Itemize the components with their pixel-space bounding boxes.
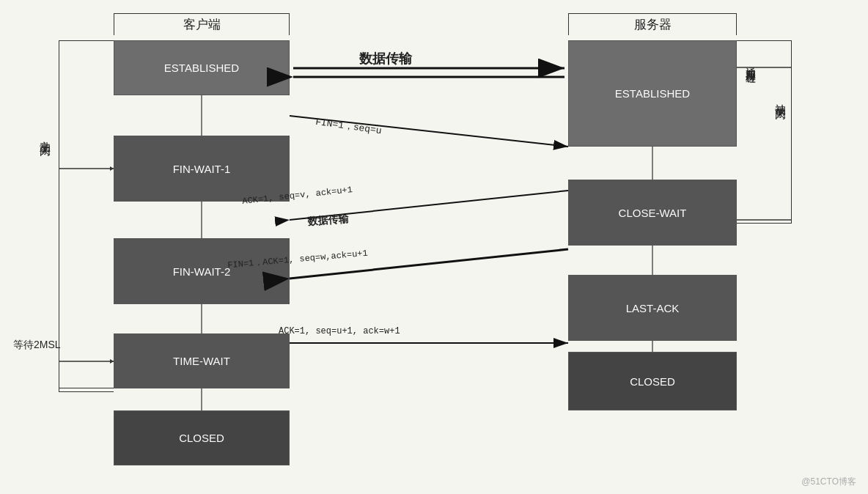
state-close-wait: CLOSE-WAIT: [568, 180, 737, 246]
state-closed-server: CLOSED: [568, 352, 737, 410]
state-fin-wait-2: FIN-WAIT-2: [114, 238, 290, 304]
wait-2msl-label: 等待2MSL: [13, 339, 61, 352]
server-header: 服务器: [568, 13, 737, 35]
state-fin-wait-1: FIN-WAIT-1: [114, 136, 290, 202]
state-closed-client: CLOSED: [114, 410, 290, 465]
diagram: 客户端 服务器 ESTABLISHED FIN-WAIT-1 FIN-WAIT-…: [0, 0, 868, 494]
passive-close-bracket: [737, 40, 792, 224]
client-header: 客户端: [114, 13, 290, 35]
ack-seq-u1-label: ACK=1, seq=u+1, ack=w+1: [279, 326, 400, 336]
passive-close-label: 被动关闭: [773, 95, 787, 101]
state-last-ack: LAST-ACK: [568, 275, 737, 341]
data-transfer-mid-label: 数据传输: [307, 213, 349, 229]
data-transfer-top-label: 数据传输: [359, 50, 412, 67]
state-established-server: ESTABLISHED: [568, 40, 737, 147]
state-established-client: ESTABLISHED: [114, 40, 290, 95]
state-time-wait: TIME-WAIT: [114, 333, 290, 388]
fin-seq-label: FIN=1，seq=u: [315, 115, 383, 137]
notify-app-label: 通知应用进程: [744, 59, 757, 67]
active-close-label: 主动关闭: [38, 132, 52, 138]
wait-2msl-bracket: [59, 333, 114, 388]
watermark: @51CTO博客: [801, 476, 856, 488]
